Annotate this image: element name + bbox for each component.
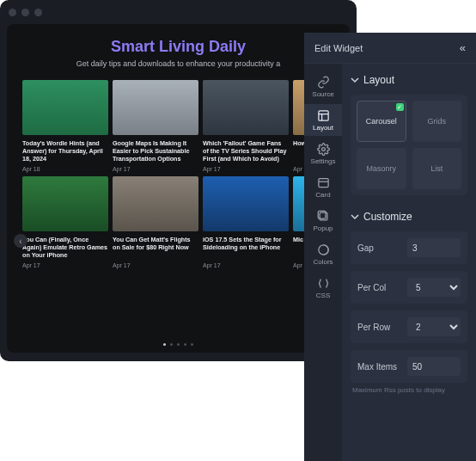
panel-tab-card[interactable]: Card xyxy=(304,171,342,203)
widget-title: Smart Living Daily xyxy=(7,38,350,56)
collapse-panel-icon[interactable]: « xyxy=(460,41,466,54)
window-dot xyxy=(21,9,29,16)
card-title: You Can (Finally, Once Again) Emulate Re… xyxy=(22,236,108,259)
feed-card[interactable]: Today's Wordle Hints (and Answer) for Th… xyxy=(22,80,108,172)
card-thumbnail xyxy=(22,80,108,135)
panel-tab-layout[interactable]: Layout xyxy=(304,104,342,136)
layout-section-header[interactable]: Layout xyxy=(351,74,467,86)
panel-tab-css[interactable]: CSS xyxy=(304,272,342,304)
pagination-dot[interactable] xyxy=(184,343,186,346)
pagination-dot[interactable] xyxy=(170,343,173,346)
card-thumbnail xyxy=(22,176,108,231)
card-date: Apr 17 xyxy=(203,262,289,268)
card-date: Apr 17 xyxy=(22,262,108,268)
check-icon: ✓ xyxy=(396,103,404,111)
layout-option-list[interactable]: List xyxy=(412,148,462,189)
window-titlebar xyxy=(0,0,357,24)
card-date: Apr 17 xyxy=(113,166,198,172)
chevron-down-icon xyxy=(351,212,359,221)
panel-tab-colors[interactable]: Colors xyxy=(304,238,342,270)
layout-option-carousel[interactable]: ✓Carousel xyxy=(357,101,406,142)
per-row-field: Per Row 2 xyxy=(351,310,467,343)
max-items-field: Max Items xyxy=(351,350,467,383)
card-title: Today's Wordle Hints (and Answer) for Th… xyxy=(22,139,108,163)
card-thumbnail xyxy=(113,80,198,135)
feed-card[interactable]: You Can (Finally, Once Again) Emulate Re… xyxy=(22,176,108,268)
svg-rect-4 xyxy=(318,179,327,187)
max-items-input[interactable] xyxy=(407,357,461,376)
per-row-select[interactable]: 2 xyxy=(407,317,461,336)
card-date: Apr 18 xyxy=(22,166,108,172)
card-title: Google Maps Is Making It Easier to Pick … xyxy=(113,139,198,163)
window-dot xyxy=(9,9,16,16)
feed-card[interactable]: Which 'Fallout' Game Fans of the TV Seri… xyxy=(203,80,289,172)
card-thumbnail xyxy=(203,176,289,231)
per-col-field: Per Col 5 xyxy=(351,271,467,304)
browser-window: Smart Living Daily Get daily tips and do… xyxy=(0,0,357,361)
card-title: Which 'Fallout' Game Fans of the TV Seri… xyxy=(203,139,289,163)
card-title: You Can Get Matt's Flights on Sale for $… xyxy=(113,236,198,259)
pagination-dot[interactable] xyxy=(177,343,180,346)
window-dot xyxy=(34,9,42,16)
carousel-pagination[interactable] xyxy=(7,343,350,346)
gap-field: Gap xyxy=(351,231,467,264)
layout-option-masonry[interactable]: Masonry xyxy=(357,148,406,189)
widget-subtitle: Get daily tips and downloads to enhance … xyxy=(7,59,350,68)
panel-tabs: SourceLayoutSettingsCardPopupColorsCSS xyxy=(304,64,342,461)
card-title: iOS 17.5 Sets the Stage for Sideloading … xyxy=(203,236,289,259)
feed-card[interactable]: Google Maps Is Making It Easier to Pick … xyxy=(113,80,198,172)
panel-tab-settings[interactable]: Settings xyxy=(304,138,342,169)
card-thumbnail xyxy=(113,176,198,231)
widget-preview: Smart Living Daily Get daily tips and do… xyxy=(7,24,350,353)
panel-tab-source[interactable]: Source xyxy=(304,71,342,102)
layout-option-grids[interactable]: Grids xyxy=(412,101,462,142)
edit-widget-panel: Edit Widget « SourceLayoutSettingsCardPo… xyxy=(304,33,476,461)
gap-input[interactable] xyxy=(407,238,461,257)
card-date: Apr 17 xyxy=(113,262,198,268)
max-items-help: Maximum Rss posts to display xyxy=(352,386,467,394)
pagination-dot[interactable] xyxy=(191,343,193,346)
carousel-prev-button[interactable]: ‹ xyxy=(14,234,27,248)
panel-title: Edit Widget xyxy=(314,43,363,53)
card-thumbnail xyxy=(203,80,289,135)
pagination-dot[interactable] xyxy=(163,343,166,346)
per-col-select[interactable]: 5 xyxy=(407,278,461,297)
customize-section-header[interactable]: Customize xyxy=(351,211,467,223)
feed-card[interactable]: You Can Get Matt's Flights on Sale for $… xyxy=(113,176,198,268)
chevron-down-icon xyxy=(351,76,359,84)
panel-tab-popup[interactable]: Popup xyxy=(304,205,342,237)
svg-point-3 xyxy=(321,148,325,151)
card-date: Apr 17 xyxy=(203,166,289,172)
feed-card[interactable]: iOS 17.5 Sets the Stage for Sideloading … xyxy=(203,176,289,268)
svg-rect-0 xyxy=(318,111,327,120)
